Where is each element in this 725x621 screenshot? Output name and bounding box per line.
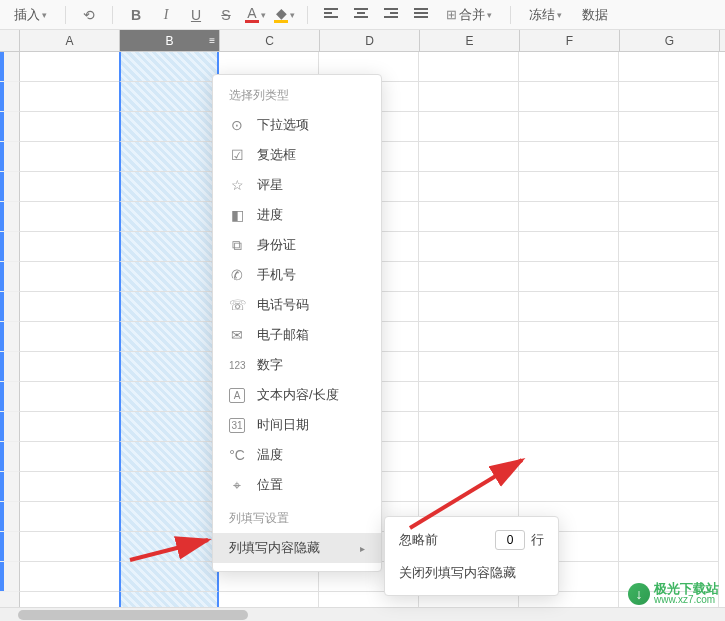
cell[interactable] — [20, 82, 120, 112]
col-header-b[interactable]: B ≡ — [120, 30, 220, 51]
align-right-icon[interactable] — [380, 7, 402, 23]
cell[interactable] — [419, 142, 519, 172]
align-center-icon[interactable] — [350, 7, 372, 23]
cell[interactable] — [20, 562, 120, 592]
row-header[interactable] — [0, 202, 20, 232]
cell[interactable] — [519, 412, 619, 442]
cell[interactable] — [619, 442, 719, 472]
cell[interactable] — [519, 352, 619, 382]
cell[interactable] — [619, 172, 719, 202]
row-header[interactable] — [0, 472, 20, 502]
cell[interactable] — [419, 472, 519, 502]
italic-icon[interactable]: I — [155, 7, 177, 23]
row-header[interactable] — [0, 592, 20, 607]
cell[interactable] — [519, 172, 619, 202]
col-header-d[interactable]: D — [320, 30, 420, 51]
menu-item-id[interactable]: ⧉身份证 — [213, 230, 381, 260]
row-header[interactable] — [0, 232, 20, 262]
data-button[interactable]: 数据 — [576, 4, 614, 26]
menu-item-email[interactable]: ✉电子邮箱 — [213, 320, 381, 350]
row-header[interactable] — [0, 82, 20, 112]
cell[interactable] — [519, 292, 619, 322]
col-header-a[interactable]: A — [20, 30, 120, 51]
cell[interactable] — [119, 52, 219, 82]
col-header-e[interactable]: E — [420, 30, 520, 51]
cell[interactable] — [20, 412, 120, 442]
row-header[interactable] — [0, 172, 20, 202]
menu-item-star[interactable]: ☆评星 — [213, 170, 381, 200]
ignore-rows-input[interactable] — [495, 530, 525, 550]
cell[interactable] — [619, 82, 719, 112]
cell[interactable] — [619, 412, 719, 442]
cell[interactable] — [519, 142, 619, 172]
cell[interactable] — [20, 142, 120, 172]
cell[interactable] — [119, 142, 219, 172]
cell[interactable] — [619, 202, 719, 232]
row-header[interactable] — [0, 562, 20, 592]
cell[interactable] — [20, 172, 120, 202]
filter-icon[interactable]: ≡ — [209, 30, 215, 52]
cell[interactable] — [619, 382, 719, 412]
cell[interactable] — [519, 322, 619, 352]
cell[interactable] — [119, 262, 219, 292]
menu-item-phone[interactable]: ✆手机号 — [213, 260, 381, 290]
scrollbar-thumb[interactable] — [18, 610, 248, 620]
cell[interactable] — [20, 532, 120, 562]
cell[interactable] — [20, 112, 120, 142]
cell[interactable] — [119, 472, 219, 502]
cell[interactable] — [419, 382, 519, 412]
cell[interactable] — [119, 322, 219, 352]
cell[interactable] — [419, 172, 519, 202]
row-header[interactable] — [0, 112, 20, 142]
cell[interactable] — [619, 292, 719, 322]
cell[interactable] — [20, 442, 120, 472]
align-left-icon[interactable] — [320, 7, 342, 23]
row-header[interactable] — [0, 442, 20, 472]
cell[interactable] — [519, 82, 619, 112]
cell[interactable] — [419, 442, 519, 472]
cell[interactable] — [419, 82, 519, 112]
cell[interactable] — [119, 442, 219, 472]
cell[interactable] — [519, 262, 619, 292]
cell[interactable] — [419, 232, 519, 262]
menu-item-date[interactable]: 31时间日期 — [213, 410, 381, 440]
cell[interactable] — [20, 502, 120, 532]
clear-format-icon[interactable]: ⟲ — [78, 7, 100, 23]
cell[interactable] — [119, 172, 219, 202]
cell[interactable] — [619, 502, 719, 532]
cell[interactable] — [419, 202, 519, 232]
cell[interactable] — [619, 112, 719, 142]
cell[interactable] — [519, 202, 619, 232]
underline-icon[interactable]: U — [185, 7, 207, 23]
cell[interactable] — [519, 112, 619, 142]
insert-button[interactable]: 插入 ▾ — [8, 4, 53, 26]
cell[interactable] — [619, 232, 719, 262]
row-header[interactable] — [0, 532, 20, 562]
cell[interactable] — [519, 442, 619, 472]
cell[interactable] — [20, 472, 120, 502]
horizontal-scrollbar[interactable] — [0, 607, 725, 621]
cell[interactable] — [119, 502, 219, 532]
cell[interactable] — [119, 412, 219, 442]
cell[interactable] — [20, 592, 120, 607]
cell[interactable] — [20, 352, 120, 382]
cell[interactable] — [519, 52, 619, 82]
cell[interactable] — [119, 532, 219, 562]
col-header-g[interactable]: G — [620, 30, 720, 51]
menu-item-checkbox[interactable]: ☑复选框 — [213, 140, 381, 170]
bold-icon[interactable]: B — [125, 7, 147, 23]
cell[interactable] — [119, 352, 219, 382]
cell[interactable] — [619, 472, 719, 502]
row-header[interactable] — [0, 502, 20, 532]
cell[interactable] — [119, 292, 219, 322]
cell[interactable] — [419, 322, 519, 352]
cell[interactable] — [119, 82, 219, 112]
menu-item-tel[interactable]: ☏电话号码 — [213, 290, 381, 320]
merge-button[interactable]: ⊞ 合并 ▾ — [440, 4, 498, 26]
cell[interactable] — [119, 382, 219, 412]
cell[interactable] — [519, 382, 619, 412]
cell[interactable] — [20, 52, 120, 82]
cell[interactable] — [119, 232, 219, 262]
col-header-f[interactable]: F — [520, 30, 620, 51]
row-header[interactable] — [0, 412, 20, 442]
